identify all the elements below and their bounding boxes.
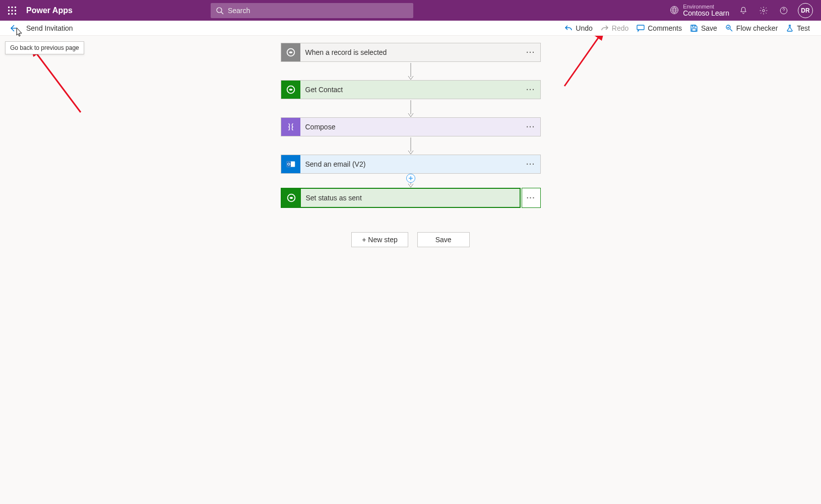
app-title: Power Apps [26,6,73,15]
connector-arrow [281,99,541,117]
avatar-initials: DR [801,7,809,14]
compose-icon [281,118,300,136]
step-set-status[interactable]: Set status as sent ··· [281,188,541,208]
flow-checker-button[interactable]: Flow checker [721,21,782,36]
annotation-arrow-right [559,36,610,91]
settings-icon[interactable] [753,1,774,21]
step-more-icon[interactable]: ··· [522,188,541,208]
svg-point-11 [763,9,765,12]
outlook-icon [281,155,300,173]
step-title: When a record is selected [300,43,521,61]
notifications-icon[interactable] [733,1,753,21]
svg-line-17 [35,52,81,112]
svg-rect-7 [12,13,13,15]
svg-rect-3 [8,10,10,11]
svg-rect-14 [692,25,695,27]
step-send-email[interactable]: Send an email (V2) ··· [281,155,541,174]
app-header: Power Apps Search Environment Contoso Le… [0,0,821,21]
flow-container: When a record is selected ··· Get Contac… [281,43,541,247]
flow-canvas: When a record is selected ··· Get Contac… [0,36,821,504]
connector-arrow [281,136,541,155]
svg-rect-0 [8,7,10,8]
connector-arrow [281,62,541,80]
svg-rect-13 [637,25,644,30]
step-more-icon[interactable]: ··· [521,118,540,136]
step-title: Set status as sent [301,189,520,207]
svg-rect-15 [692,29,696,31]
search-icon [216,7,224,15]
step-more-icon[interactable]: ··· [521,155,540,173]
svg-point-16 [726,25,730,29]
new-step-button[interactable]: + New step [351,232,408,247]
svg-point-27 [288,163,289,165]
test-button[interactable]: Test [782,21,814,36]
save-flow-button[interactable]: Save [417,232,470,247]
flow-name: Send Invitation [26,24,73,32]
waffle-icon[interactable] [4,3,20,19]
search-placeholder: Search [228,7,250,15]
redo-button: Redo [597,21,633,36]
help-icon[interactable] [774,1,794,21]
add-step-plus-icon[interactable] [406,174,415,183]
step-more-icon[interactable]: ··· [521,43,540,61]
undo-button[interactable]: Undo [560,21,596,36]
svg-line-18 [564,36,600,86]
dataverse-icon [282,189,301,207]
svg-rect-5 [15,10,16,11]
dataverse-icon [281,43,300,61]
environment-icon [670,6,679,15]
step-title: Get Contact [300,81,521,99]
connector-arrow [281,174,541,188]
search-wrap: Search [211,3,413,18]
search-input[interactable]: Search [211,3,413,18]
command-bar: Send Invitation Undo Redo Comments Save … [0,21,821,36]
svg-rect-1 [12,7,13,8]
step-title: Send an email (V2) [300,155,521,173]
step-get-contact[interactable]: Get Contact ··· [281,80,541,99]
save-button[interactable]: Save [686,21,721,36]
svg-rect-2 [15,7,16,8]
svg-rect-8 [15,13,16,15]
step-title: Compose [300,118,521,136]
svg-rect-4 [12,10,13,11]
step-compose[interactable]: Compose ··· [281,117,541,136]
comments-button[interactable]: Comments [633,21,686,36]
svg-rect-6 [8,13,10,15]
svg-point-9 [217,8,222,13]
back-tooltip: Go back to previous page [5,41,84,54]
svg-line-10 [221,12,223,14]
dataverse-icon [281,81,300,99]
step-trigger[interactable]: When a record is selected ··· [281,43,541,62]
environment-picker[interactable]: Environment Contoso Learn [670,4,729,17]
step-more-icon[interactable]: ··· [521,81,540,99]
mouse-cursor-icon [15,27,24,40]
avatar[interactable]: DR [798,3,813,18]
bottom-buttons: + New step Save [351,232,469,247]
annotation-arrow-left [30,47,86,117]
environment-name: Contoso Learn [683,10,729,17]
